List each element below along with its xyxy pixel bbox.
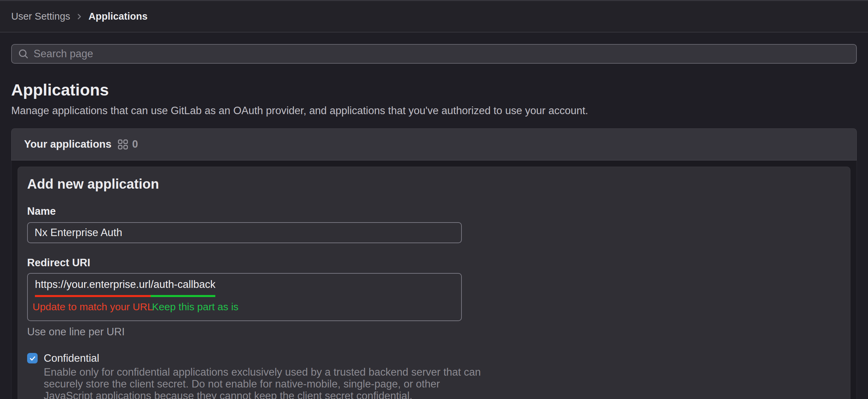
breadcrumb-bar: User Settings Applications xyxy=(0,0,868,33)
redirect-uri-label: Redirect URI xyxy=(27,257,841,269)
search-icon xyxy=(18,48,29,61)
your-applications-body: Add new application Name Redirect URI ht… xyxy=(11,161,857,399)
redirect-uri-helper: Use one line per URI xyxy=(27,326,841,338)
redirect-uri-textarea[interactable]: https://your.enterprise.url/auth-callbac… xyxy=(27,273,462,321)
annotation-keep-part: Keep this part as is xyxy=(152,301,238,313)
checkmark-icon xyxy=(29,355,36,362)
uri-host-segment: https://your.enterprise.url xyxy=(35,278,151,297)
uri-annotations: https://your.enterprise.url Update to ma… xyxy=(35,301,461,313)
applications-count-badge: 0 xyxy=(118,138,138,150)
applications-count: 0 xyxy=(132,138,138,150)
chevron-right-icon xyxy=(75,12,84,21)
confidential-label[interactable]: Confidential xyxy=(44,352,99,364)
add-new-application-card: Add new application Name Redirect URI ht… xyxy=(18,167,850,399)
confidential-description: Enable only for confidential application… xyxy=(44,366,485,399)
your-applications-header: Your applications 0 xyxy=(11,128,857,161)
annotation-update-url: Update to match your URL xyxy=(33,301,153,313)
name-label: Name xyxy=(27,205,841,217)
application-name-input[interactable] xyxy=(27,222,462,243)
main-content: Applications Manage applications that ca… xyxy=(0,44,868,399)
breadcrumb-user-settings[interactable]: User Settings xyxy=(11,11,70,22)
uri-path-segment: /auth-callback xyxy=(151,278,215,297)
redirect-uri-value: https://your.enterprise.url/auth-callbac… xyxy=(28,274,461,297)
add-new-application-title: Add new application xyxy=(27,176,841,192)
page-title: Applications xyxy=(11,81,857,99)
applications-grid-icon xyxy=(118,139,128,150)
confidential-checkbox-row[interactable]: Confidential xyxy=(27,352,841,364)
your-applications-title: Your applications xyxy=(24,138,112,150)
search-bar xyxy=(11,44,857,64)
search-input[interactable] xyxy=(11,44,857,64)
breadcrumb-applications: Applications xyxy=(88,11,147,22)
confidential-checkbox[interactable] xyxy=(27,353,38,363)
page-description: Manage applications that can use GitLab … xyxy=(11,105,857,117)
your-applications-panel: Your applications 0 Add new application … xyxy=(11,128,857,399)
breadcrumb: User Settings Applications xyxy=(11,11,147,22)
